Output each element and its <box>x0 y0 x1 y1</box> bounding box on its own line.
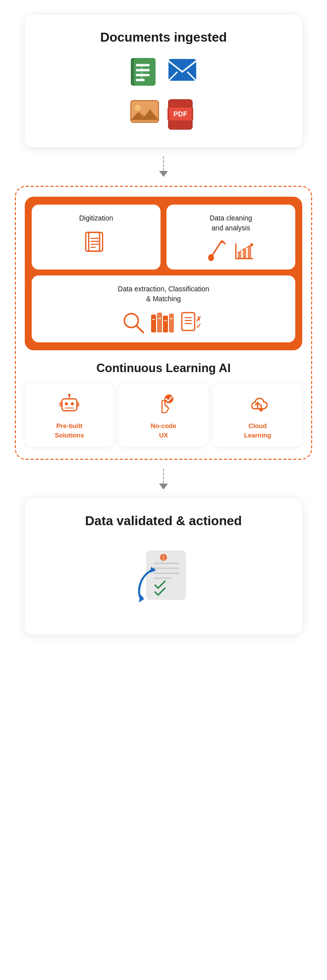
svg-rect-54 <box>59 402 62 407</box>
digitization-card: Digitization <box>32 205 161 270</box>
cloud-learning-label: CloudLearning <box>244 422 272 439</box>
svg-text:✓: ✓ <box>196 322 202 330</box>
svg-point-31 <box>250 243 253 246</box>
cloud-icon <box>245 392 270 417</box>
svg-rect-34 <box>151 315 156 332</box>
data-cleaning-card: Data cleaningand analysis <box>166 205 295 270</box>
dashed-line-1 <box>163 156 164 171</box>
svg-point-11 <box>135 105 141 110</box>
data-cleaning-icons <box>207 240 255 262</box>
arrow-connector-1 <box>159 156 168 177</box>
processing-top-row: Digitization Data cleaningand analysis <box>32 205 295 270</box>
svg-line-22 <box>212 242 221 256</box>
pdf-icon: PDF <box>166 99 198 132</box>
dashed-line-2 <box>163 469 164 484</box>
books-icon <box>150 311 176 334</box>
nocode-card: No-codeUX <box>119 383 208 446</box>
digitization-icons <box>85 230 108 256</box>
svg-rect-29 <box>243 249 246 259</box>
match-icon: ✗ ✓ <box>181 311 206 334</box>
svg-point-23 <box>208 254 214 261</box>
svg-rect-7 <box>168 59 196 81</box>
svg-text:PDF: PDF <box>173 110 187 118</box>
nocode-label: No-codeUX <box>151 422 176 439</box>
arrow-down-2 <box>159 484 168 490</box>
svg-rect-36 <box>163 316 168 332</box>
svg-point-50 <box>71 402 74 405</box>
svg-rect-2 <box>136 64 150 66</box>
data-extraction-icons: ✗ ✓ <box>121 311 206 334</box>
documents-ingested-title: Documents ingested <box>100 30 227 45</box>
search-icon <box>121 311 145 334</box>
svg-rect-35 <box>157 313 162 332</box>
brush-icon <box>207 240 228 262</box>
svg-rect-30 <box>248 246 251 259</box>
svg-point-49 <box>65 402 68 405</box>
touch-icon <box>151 392 176 417</box>
svg-rect-4 <box>136 74 150 76</box>
svg-rect-51 <box>65 407 74 409</box>
svg-line-33 <box>137 326 143 332</box>
data-cleaning-title: Data cleaningand analysis <box>210 214 252 233</box>
prebuilt-label: Pre-builtSolutions <box>54 422 84 439</box>
validated-document-icon: ! <box>126 541 201 615</box>
document-icons-grid: PDF <box>129 57 198 132</box>
chart-icon <box>233 240 255 262</box>
data-validated-title: Data validated & actioned <box>85 513 242 529</box>
svg-rect-48 <box>62 399 77 411</box>
digitization-title: Digitization <box>79 214 113 223</box>
cloud-learning-card: CloudLearning <box>213 383 302 446</box>
processing-card: Digitization Data cleaningand analysis <box>25 197 302 350</box>
robot-icon <box>57 392 82 417</box>
svg-rect-55 <box>77 402 79 407</box>
image-icon <box>129 99 161 132</box>
svg-rect-37 <box>169 314 174 332</box>
continuous-learning-title: Continuous Learning AI <box>96 361 230 375</box>
cl-cards-row: Pre-builtSolutions No-codeUX <box>25 383 302 446</box>
continuous-learning-container: Digitization Data cleaningand analysis <box>15 186 312 460</box>
data-validated-card: Data validated & actioned ! <box>25 498 302 635</box>
svg-point-53 <box>68 394 71 396</box>
svg-rect-1 <box>134 58 156 86</box>
svg-rect-3 <box>136 69 150 71</box>
arrow-down-1 <box>159 171 168 177</box>
documents-ingested-card: Documents ingested <box>25 15 302 147</box>
svg-rect-5 <box>136 79 145 81</box>
svg-rect-42 <box>182 313 195 330</box>
data-extraction-card: Data extraction, Classification& Matchin… <box>32 275 295 342</box>
svg-text:!: ! <box>163 555 164 561</box>
data-extraction-title: Data extraction, Classification& Matchin… <box>118 284 209 304</box>
arrow-connector-2 <box>159 469 168 490</box>
prebuilt-card: Pre-builtSolutions <box>25 383 114 446</box>
email-icon <box>166 57 198 93</box>
spreadsheet-icon <box>129 57 161 93</box>
digitize-icon <box>85 230 108 256</box>
